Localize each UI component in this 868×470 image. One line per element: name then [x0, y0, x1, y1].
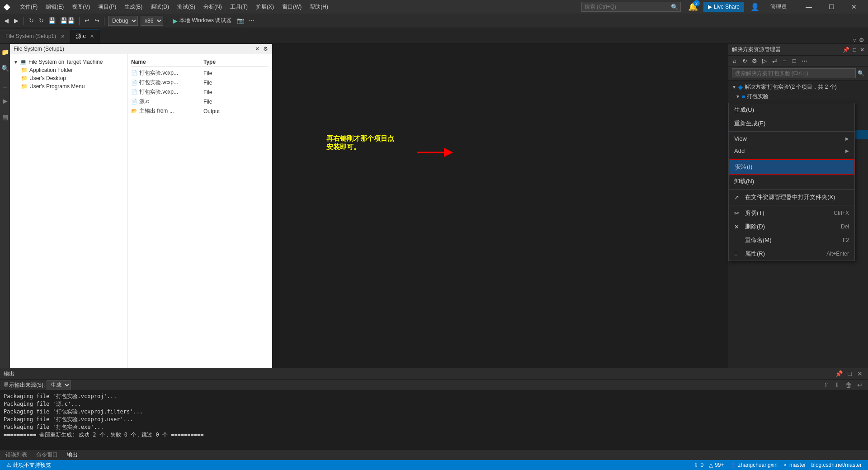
manage-button[interactable]: 管理员 [766, 1, 791, 13]
more-button[interactable]: ⋯ [247, 16, 256, 25]
maximize-button[interactable]: ☐ [821, 0, 842, 14]
file-type-2: File [203, 89, 249, 95]
ctx-rebuild[interactable]: 重新生成(E) [729, 117, 854, 130]
menu-extensions[interactable]: 扩展(X) [252, 2, 278, 12]
close-button[interactable]: ✕ [844, 0, 864, 14]
tree-root[interactable]: ▼ 💻 File System on Target Machine [12, 58, 125, 66]
config-selector[interactable]: Debug [108, 16, 138, 26]
ctx-view[interactable]: View [729, 133, 854, 145]
menu-window[interactable]: 窗口(W) [278, 2, 305, 12]
extensions-icon[interactable]: ▤ [0, 111, 11, 123]
ctx-add[interactable]: Add [729, 145, 854, 157]
tab-source-c[interactable]: 源.c ✕ [71, 29, 100, 43]
ctx-build[interactable]: 生成(U) [729, 103, 854, 117]
live-share-button[interactable]: ▶ Live Share [703, 2, 744, 12]
se-collapse-btn[interactable]: − [780, 57, 789, 65]
menu-view[interactable]: 视图(V) [68, 2, 94, 12]
btm-tab-output[interactable]: 输出 [63, 450, 81, 460]
undo-button[interactable]: ↻ [27, 16, 36, 25]
menu-build[interactable]: 生成(B) [121, 2, 146, 12]
ctx-uninstall[interactable]: 卸载(N) [729, 175, 854, 188]
se-search-input[interactable] [732, 68, 856, 78]
output-clear[interactable]: 🗑 [844, 380, 854, 389]
fs-settings-btn[interactable]: ⚙ [263, 46, 268, 52]
file-row-3[interactable]: 📄源.c File [131, 97, 268, 106]
se-project[interactable]: ▼ ■ 打包实验 [728, 92, 868, 101]
debug-activity-icon[interactable]: ▶ [0, 95, 10, 107]
undo2-button[interactable]: ↻ [37, 16, 46, 25]
save-all-button[interactable]: 💾💾 [58, 16, 76, 25]
tree-app-folder[interactable]: 📁 Application Folder [12, 66, 125, 74]
panel-minimize-icon[interactable]: ▿ [853, 37, 856, 43]
error-icon: ⇧ [694, 462, 698, 468]
redo-button[interactable]: ↪ [92, 16, 101, 25]
menu-debug[interactable]: 调试(D) [147, 2, 173, 12]
git-icon[interactable]: ⎯ [0, 78, 9, 91]
btm-tab-errors[interactable]: 错误列表 [2, 450, 31, 460]
output-wrap[interactable]: ↩ [855, 380, 864, 389]
ctx-rename[interactable]: 重命名(M) F2 [729, 233, 854, 247]
se-sync-btn[interactable]: ⇄ [770, 57, 779, 65]
tab-close-file-system[interactable]: ✕ [61, 33, 65, 39]
status-no-preview[interactable]: ⚠ 此项不支持预览 [4, 461, 54, 469]
run-button[interactable]: ▶ 本地 Windows 调试器 [170, 16, 234, 25]
status-blog[interactable]: blog.csdn.net/master [809, 462, 864, 468]
tree-programs[interactable]: 📁 User's Programs Menu [12, 82, 125, 90]
file-row-0[interactable]: 📄打包实验.vcxp... File [131, 68, 268, 78]
status-bar: ⚠ 此项不支持预览 ⇧ 0 △ 99+ 👤 zhangchuangxin ⚬ m… [0, 460, 868, 470]
se-new-btn[interactable]: □ [790, 57, 799, 65]
tree-app-label: Application Folder [29, 67, 73, 73]
file-row-1[interactable]: 📄打包实验.vcxp... File [131, 78, 268, 87]
platform-selector[interactable]: x86 [141, 16, 163, 26]
ctx-delete[interactable]: ✕ 删除(D) Del [729, 220, 854, 233]
status-branch[interactable]: ⚬ master [780, 462, 809, 468]
output-scroll-up[interactable]: ⇧ [822, 380, 831, 389]
output-source-select[interactable]: 生成 [47, 380, 71, 389]
output-float-btn[interactable]: □ [846, 369, 854, 378]
output-scroll-down[interactable]: ⇩ [833, 380, 842, 389]
panel-settings-icon[interactable]: ⚙ [859, 37, 864, 43]
file-row-4[interactable]: 📂主输出 from ... Output [131, 106, 268, 116]
menu-analyze[interactable]: 分析(N) [200, 2, 226, 12]
minimize-button[interactable]: — [798, 0, 819, 14]
se-home-btn[interactable]: ⌂ [730, 57, 739, 65]
se-float-icon[interactable]: □ [853, 47, 856, 53]
menu-tools[interactable]: 工具(T) [226, 2, 251, 12]
se-solution-root[interactable]: ▼ ◆ 解决方案'打包实验'(2 个项目，共 2 个) [728, 82, 868, 92]
branch-icon: ⚬ [783, 462, 788, 468]
undo3-button[interactable]: ↩ [82, 16, 91, 25]
ctx-open-folder[interactable]: ↗ 在文件资源管理器中打开文件夹(X) [729, 190, 854, 204]
back-button[interactable]: ◀ [2, 16, 11, 25]
ctx-properties[interactable]: ≡ 属性(R) Alt+Enter [729, 247, 854, 261]
se-more-btn[interactable]: ⋯ [800, 57, 809, 65]
se-close-icon[interactable]: ✕ [860, 47, 864, 53]
tab-file-system[interactable]: File System (Setup1) ✕ [0, 29, 71, 43]
status-user[interactable]: 👤 zhangchuangxin [727, 462, 780, 468]
se-refresh-btn[interactable]: ↻ [740, 57, 749, 65]
status-warnings[interactable]: △ 99+ [706, 462, 726, 468]
output-close-btn[interactable]: ✕ [855, 369, 864, 378]
fs-close-btn[interactable]: ✕ [255, 46, 259, 52]
se-pin-icon[interactable]: 📌 [843, 47, 849, 53]
tree-desktop[interactable]: 📁 User's Desktop [12, 74, 125, 82]
se-search-icon[interactable]: 🔍 [858, 70, 864, 76]
menu-file[interactable]: 文件(F) [16, 2, 41, 12]
se-settings-btn[interactable]: ⚙ [750, 57, 759, 65]
save-button[interactable]: 💾 [47, 16, 57, 25]
file-row-2[interactable]: 📄打包实验.vcxp... File [131, 87, 268, 97]
menu-help[interactable]: 帮助(H) [306, 2, 332, 12]
menu-test[interactable]: 测试(S) [174, 2, 199, 12]
status-errors[interactable]: ⇧ 0 [691, 462, 706, 468]
camera-button[interactable]: 📷 [235, 16, 246, 25]
manage-icon[interactable]: 👤 [748, 3, 762, 11]
search-input[interactable] [581, 2, 681, 12]
menu-project[interactable]: 项目(P) [94, 2, 120, 12]
ctx-cut[interactable]: ✂ 剪切(T) Ctrl+X [729, 206, 854, 220]
se-filter-btn[interactable]: ▷ [760, 57, 769, 65]
btm-tab-command[interactable]: 命令窗口 [33, 450, 61, 460]
ctx-install[interactable]: 安装(I) [729, 159, 854, 175]
output-pin-btn[interactable]: 📌 [833, 369, 844, 378]
forward-button[interactable]: ▶ [12, 16, 21, 25]
menu-edit[interactable]: 编辑(E) [42, 2, 67, 12]
tab-close-source-c[interactable]: ✕ [90, 33, 94, 39]
